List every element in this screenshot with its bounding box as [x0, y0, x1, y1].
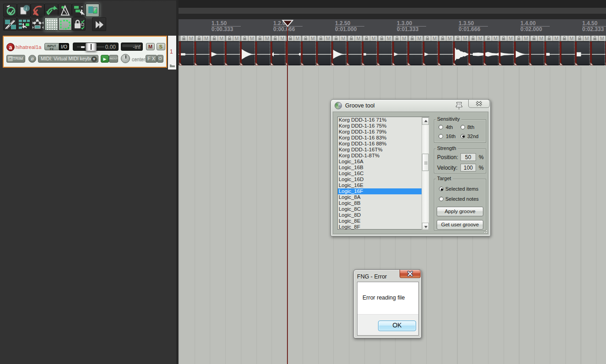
svg-text:M: M: [493, 36, 498, 41]
svg-text:M: M: [387, 36, 391, 41]
svg-text:M: M: [311, 36, 315, 41]
svg-text:M: M: [372, 36, 376, 41]
svg-text:M: M: [281, 36, 285, 41]
svg-text:M: M: [539, 36, 543, 41]
svg-text:M: M: [357, 36, 361, 41]
svg-text:M: M: [326, 36, 330, 41]
svg-text:M: M: [524, 36, 528, 41]
svg-text:i: i: [26, 6, 27, 11]
svg-text:M: M: [509, 36, 513, 41]
svg-text:M: M: [250, 36, 254, 41]
svg-text:M: M: [204, 36, 208, 41]
svg-text:M: M: [433, 36, 437, 41]
svg-text:M: M: [189, 36, 193, 41]
svg-text:M: M: [235, 36, 239, 41]
svg-text:M: M: [478, 36, 482, 41]
svg-text:M: M: [265, 36, 269, 41]
svg-text:M: M: [219, 36, 223, 41]
svg-text:M: M: [600, 36, 604, 41]
svg-text:M: M: [417, 36, 422, 41]
svg-text:M: M: [463, 36, 467, 41]
svg-text:M: M: [569, 36, 574, 41]
svg-text:M: M: [554, 36, 558, 41]
svg-text:M: M: [585, 36, 589, 41]
svg-text:M: M: [402, 36, 406, 41]
svg-text:M: M: [448, 36, 452, 41]
svg-text:M: M: [296, 36, 300, 41]
svg-text:M: M: [341, 36, 346, 41]
